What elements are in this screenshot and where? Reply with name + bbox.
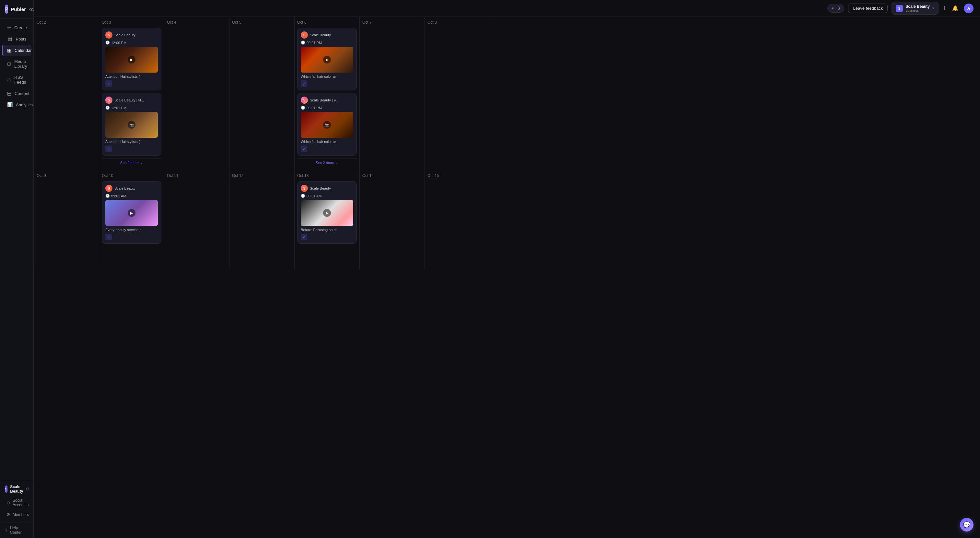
day-oct4: Oct 4 — [164, 17, 229, 170]
post-time-row: 🕐 12:00 PM — [105, 40, 158, 45]
account-name: Scale Beauty — [115, 33, 135, 37]
account-name: Scale Beauty | H... — [310, 98, 339, 102]
post-card[interactable]: S Scale Beauty | H... 🕐 09:01 PM 📷 Which… — [297, 93, 357, 156]
sidebar-item-rss-feeds[interactable]: ◌ RSS Feeds — [2, 72, 32, 88]
day-header: Oct 8 — [428, 20, 487, 25]
day-oct7: Oct 7 — [360, 17, 425, 170]
post-thumbnail: ▶ — [301, 47, 353, 73]
sidebar-item-create[interactable]: ✏ Create — [2, 22, 32, 33]
sidebar-collapse-button[interactable]: ≪ — [29, 6, 34, 12]
chevron-down-icon: ⌄ — [140, 161, 143, 165]
sidebar-item-label: Content — [14, 91, 30, 96]
platform-overlay-icon: ▶ — [128, 56, 135, 64]
content-icon: ▤ — [7, 91, 11, 96]
day-oct9: Oct 9 — [34, 170, 99, 269]
post-action-button[interactable]: ✓ — [105, 234, 112, 240]
account-name: Scale Beauty | H... — [115, 98, 144, 102]
post-time: 09:01 AM — [307, 194, 321, 198]
day-oct5: Oct 5 — [229, 17, 294, 170]
account-avatar: S — [105, 185, 113, 192]
post-card[interactable]: S Scale Beauty 🕐 09:01 AM ▶ Before: Focu… — [297, 181, 357, 244]
sidebar-item-label: RSS Feeds — [14, 75, 26, 84]
calendar-icon: ▦ — [7, 48, 11, 53]
account-avatar: S — [105, 32, 113, 38]
account-name: Scale Beauty — [115, 186, 135, 190]
platform-overlay-icon: 📷 — [128, 121, 135, 129]
day-header: Oct 12 — [232, 173, 292, 178]
sidebar-item-label: Calendar — [14, 48, 32, 53]
see-more-button[interactable]: See 2 more ⌄ — [102, 158, 161, 167]
day-header: Oct 10 — [102, 173, 161, 178]
day-oct13: Oct 13 S Scale Beauty 🕐 09:01 AM ▶ Befor… — [294, 170, 360, 269]
sidebar-item-posts[interactable]: ▤ Posts — [2, 33, 32, 45]
chevron-down-icon: ⌄ — [336, 161, 338, 165]
post-time: 12:00 PM — [111, 41, 126, 45]
post-card[interactable]: S Scale Beauty 🕐 09:01 PM ▶ Which fall h… — [297, 28, 357, 91]
post-actions: ✓ — [105, 234, 158, 240]
post-card[interactable]: S Scale Beauty 🕐 12:00 PM ▶ Attention Ha… — [102, 28, 161, 91]
post-actions: ✓ — [105, 145, 158, 152]
post-time: 09:01 AM — [111, 194, 126, 198]
day-header: Oct 5 — [232, 20, 292, 25]
post-time-row: 🕐 09:01 PM — [301, 106, 353, 110]
day-oct6: Oct 6 S Scale Beauty 🕐 09:01 PM ▶ Which … — [294, 17, 360, 170]
sidebar-logo: P Publer ≪ — [0, 0, 33, 19]
account-avatar: S — [105, 97, 113, 104]
sidebar-item-label: Create — [14, 25, 27, 30]
analytics-icon: 📊 — [7, 102, 13, 107]
see-more-label: See 2 more — [316, 161, 334, 165]
sidebar-item-media-library[interactable]: ⊞ Media Library — [2, 56, 32, 72]
post-action-button[interactable]: ✓ — [301, 80, 307, 87]
post-card-header: S Scale Beauty | H... — [105, 97, 158, 104]
account-name: Scale Beauty — [310, 186, 331, 190]
post-thumbnail: ▶ — [301, 200, 353, 226]
sidebar-item-content[interactable]: ▤ Content — [2, 88, 32, 99]
post-card[interactable]: S Scale Beauty 🕐 09:01 AM ▶ Every beauty… — [102, 181, 161, 244]
post-text: Which fall hair color ar — [301, 75, 353, 78]
day-oct12: Oct 12 — [229, 170, 294, 269]
account-name: Scale Beauty — [310, 33, 331, 37]
sidebar-item-calendar[interactable]: ▦ Calendar — [2, 45, 32, 56]
sidebar-item-label: Analytics — [16, 102, 33, 107]
day-header: Oct 13 — [297, 173, 357, 178]
day-header: Oct 15 — [428, 173, 487, 178]
post-action-button[interactable]: ✓ — [301, 234, 307, 240]
sidebar-item-label: Media Library — [14, 59, 27, 69]
post-time-row: 🕐 09:01 AM — [301, 194, 353, 198]
post-card[interactable]: S Scale Beauty | H... 🕐 12:01 PM 📷 Atten… — [102, 93, 161, 156]
post-action-button[interactable]: ✓ — [301, 145, 307, 152]
post-time-row: 🕐 09:01 PM — [301, 40, 353, 45]
platform-overlay-icon: ▶ — [128, 209, 135, 217]
see-more-button[interactable]: See 2 more ⌄ — [297, 158, 357, 167]
post-card-header: S Scale Beauty — [105, 32, 158, 38]
day-oct11: Oct 11 — [164, 170, 229, 269]
app-name: Publer — [11, 6, 26, 12]
main-nav: ✏ Create ▤ Posts ▦ Calendar ⊞ Media Libr… — [0, 19, 33, 269]
sidebar-item-analytics[interactable]: 📊 Analytics — [2, 99, 32, 110]
rss-icon: ◌ — [7, 77, 11, 82]
day-header: Oct 7 — [362, 20, 422, 25]
account-avatar: S — [301, 32, 308, 38]
header: ☀ ☽ Leave feedback S Scale Beauty Busine… — [34, 0, 490, 17]
day-header: Oct 2 — [37, 20, 96, 25]
post-actions: ✓ — [301, 80, 353, 87]
account-avatar: S — [301, 185, 308, 192]
day-header: Oct 6 — [297, 20, 357, 25]
post-text: Every beauty service p — [105, 228, 158, 232]
post-text: Attention Hairstylists ( — [105, 140, 158, 143]
post-actions: ✓ — [301, 234, 353, 240]
platform-overlay-icon: ▶ — [323, 209, 331, 217]
post-actions: ✓ — [301, 145, 353, 152]
day-oct10: Oct 10 S Scale Beauty 🕐 09:01 AM ▶ Every… — [99, 170, 164, 269]
post-action-button[interactable]: ✓ — [105, 80, 112, 87]
post-time: 09:01 PM — [307, 106, 322, 110]
calendar-grid: Oct 2 Oct 3 S Scale Beauty 🕐 12:00 PM ▶ … — [34, 17, 490, 269]
day-header: Oct 14 — [362, 173, 422, 178]
platform-overlay-icon: 📷 — [323, 121, 331, 129]
platform-overlay-icon: ▶ — [323, 56, 331, 64]
media-library-icon: ⊞ — [7, 61, 11, 67]
post-action-button[interactable]: ✓ — [105, 145, 112, 152]
post-card-header: S Scale Beauty | H... — [301, 97, 353, 104]
post-time: 09:01 PM — [307, 41, 322, 45]
post-thumbnail: 📷 — [105, 112, 158, 138]
